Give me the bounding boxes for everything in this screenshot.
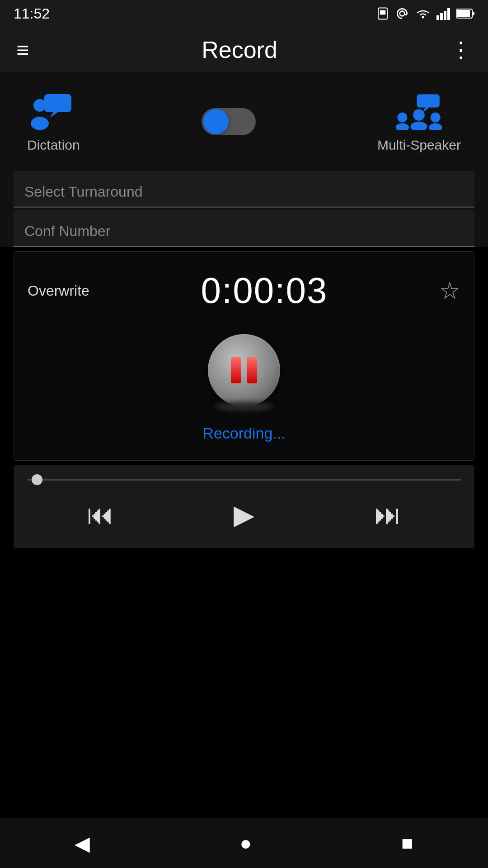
app-bar: ≡ Record ⋮ [0, 27, 488, 72]
svg-rect-9 [457, 10, 470, 17]
fastforward-button[interactable]: ⏭ [361, 495, 415, 535]
form-section [0, 171, 488, 247]
pause-btn-container [28, 334, 460, 406]
hamburger-menu-icon[interactable]: ≡ [16, 38, 29, 62]
toggle-track[interactable] [202, 108, 256, 135]
star-icon[interactable]: ☆ [439, 277, 460, 304]
multispeaker-icon [394, 90, 444, 131]
mode-toggle[interactable] [202, 108, 256, 135]
svg-rect-10 [473, 12, 474, 15]
status-bar: 11:52 [0, 0, 488, 27]
home-button[interactable]: ● [239, 832, 252, 854]
progress-track[interactable] [27, 479, 461, 481]
wifi-icon [415, 7, 431, 20]
turnaround-input[interactable] [24, 184, 464, 200]
play-button[interactable]: ▶ [220, 494, 268, 535]
svg-point-20 [411, 121, 427, 130]
dictation-mode-item[interactable]: Dictation [27, 90, 80, 153]
overwrite-label: Overwrite [28, 283, 89, 299]
toggle-thumb [203, 109, 229, 134]
signal-icon [436, 7, 451, 20]
svg-point-19 [413, 109, 425, 121]
nav-bar: ◀ ● ■ [0, 818, 488, 868]
svg-rect-4 [436, 15, 439, 20]
svg-point-22 [429, 123, 442, 130]
timer-display: 0:00:03 [201, 270, 328, 311]
svg-point-21 [431, 112, 441, 122]
at-icon [395, 6, 409, 21]
battery-icon [456, 8, 474, 19]
dictation-icon [28, 90, 78, 131]
progress-thumb[interactable] [32, 474, 42, 485]
svg-rect-6 [444, 11, 446, 20]
dictation-label: Dictation [27, 137, 80, 153]
sim-icon [376, 7, 389, 20]
more-options-icon[interactable]: ⋮ [450, 37, 472, 62]
svg-rect-15 [417, 94, 440, 107]
recents-button[interactable]: ■ [401, 832, 413, 854]
status-icons [376, 6, 474, 21]
multispeaker-label: Multi-Speaker [377, 137, 461, 153]
svg-rect-7 [447, 8, 450, 20]
turnaround-field[interactable] [14, 171, 474, 208]
conf-number-input[interactable] [24, 223, 464, 240]
pause-bars [231, 357, 257, 383]
svg-point-3 [422, 16, 424, 19]
playback-panel: ⏮ ▶ ⏭ [14, 465, 474, 548]
svg-point-17 [398, 112, 408, 122]
svg-point-18 [396, 123, 409, 130]
page-title: Record [202, 36, 277, 63]
recording-header: Overwrite 0:00:03 ☆ [28, 270, 460, 311]
status-time: 11:52 [14, 5, 50, 22]
svg-marker-16 [423, 107, 430, 112]
svg-point-13 [33, 99, 46, 112]
conf-number-field[interactable] [14, 210, 474, 247]
multispeaker-mode-item[interactable]: Multi-Speaker [377, 90, 461, 153]
mode-selector: Dictation Multi-Speaker [0, 72, 488, 171]
svg-marker-12 [50, 112, 58, 118]
pause-button[interactable] [208, 334, 280, 406]
playback-buttons: ⏮ ▶ ⏭ [27, 494, 461, 535]
recording-panel: Overwrite 0:00:03 ☆ Recording... [14, 251, 474, 461]
svg-rect-5 [440, 13, 443, 20]
svg-rect-1 [380, 10, 386, 15]
pause-bar-left [231, 357, 241, 383]
svg-rect-11 [44, 94, 71, 112]
svg-point-14 [31, 117, 49, 130]
rewind-button[interactable]: ⏮ [73, 495, 127, 535]
pause-bar-right [247, 357, 257, 383]
recording-status: Recording... [28, 425, 460, 442]
back-button[interactable]: ◀ [75, 832, 90, 855]
